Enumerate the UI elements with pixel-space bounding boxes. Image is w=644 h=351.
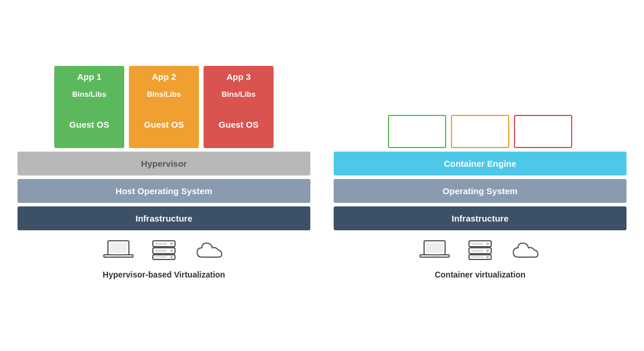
- right-bins1-label: Bins/Libs: [389, 133, 445, 147]
- left-guestos1-label: Guest OS: [55, 102, 123, 147]
- left-bins1-label: Bins/Libs: [55, 86, 123, 102]
- svg-point-21: [487, 250, 489, 252]
- diagram-container: App 1 Bins/Libs Guest OS App 2 Bins/Libs…: [0, 54, 644, 297]
- right-app-stack-1: App 1 Bins/Libs: [388, 115, 446, 148]
- right-app-stack-3: App 3 Bins/Libs: [514, 115, 572, 148]
- left-app3-label: App 3: [205, 67, 272, 86]
- right-app3-label: App 3: [515, 116, 571, 133]
- cloud-icon: [194, 238, 225, 262]
- right-apps-row: App 1 Bins/Libs App 2 Bins/Libs App 3 Bi…: [334, 115, 626, 148]
- left-app2-label: App 2: [130, 67, 198, 86]
- left-app-stack-3: App 3 Bins/Libs Guest OS: [204, 66, 274, 148]
- left-guestos3-label: Guest OS: [205, 102, 272, 147]
- right-cloud-icon: [510, 238, 541, 262]
- svg-point-22: [487, 256, 489, 258]
- host-os-bar: Host Operating System: [18, 179, 310, 203]
- left-diagram-label: Hypervisor-based Virtualization: [103, 270, 225, 279]
- right-os-bar: Operating System: [334, 179, 626, 203]
- svg-rect-3: [114, 255, 123, 256]
- svg-point-8: [170, 250, 173, 252]
- svg-rect-25: [471, 256, 483, 258]
- right-diagram-label: Container virtualization: [435, 270, 526, 279]
- svg-rect-11: [155, 250, 167, 252]
- right-laptop-icon: [419, 238, 450, 262]
- svg-point-9: [170, 256, 173, 258]
- svg-rect-1: [110, 243, 127, 253]
- hypervisor-bar: Hypervisor: [18, 152, 310, 176]
- svg-point-20: [487, 243, 489, 245]
- right-bins2-label: Bins/Libs: [452, 133, 508, 147]
- right-diagram: App 1 Bins/Libs App 2 Bins/Libs App 3 Bi…: [334, 115, 626, 279]
- left-app1-label: App 1: [55, 67, 123, 86]
- server-icon: [148, 238, 180, 262]
- left-icons-row: [18, 238, 310, 262]
- container-engine-bar: Container Engine: [334, 152, 626, 176]
- svg-rect-12: [155, 256, 167, 258]
- svg-rect-14: [426, 243, 443, 253]
- right-infra-bar: Infrastructure: [334, 206, 626, 230]
- right-bins3-label: Bins/Libs: [515, 133, 571, 147]
- left-guestos2-label: Guest OS: [130, 102, 198, 147]
- left-diagram: App 1 Bins/Libs Guest OS App 2 Bins/Libs…: [18, 66, 310, 279]
- left-app-stack-2: App 2 Bins/Libs Guest OS: [129, 66, 199, 148]
- left-bins2-label: Bins/Libs: [130, 86, 198, 102]
- svg-rect-10: [155, 243, 167, 245]
- svg-rect-24: [471, 250, 483, 252]
- svg-point-7: [170, 243, 173, 245]
- svg-rect-23: [471, 243, 483, 245]
- left-bins3-label: Bins/Libs: [205, 86, 272, 102]
- svg-rect-16: [430, 255, 439, 256]
- right-icons-row: [334, 238, 626, 262]
- right-app2-label: App 2: [452, 116, 508, 133]
- left-app-stack-1: App 1 Bins/Libs Guest OS: [54, 66, 124, 148]
- laptop-icon: [103, 238, 134, 262]
- right-server-icon: [464, 238, 496, 262]
- left-apps-row: App 1 Bins/Libs Guest OS App 2 Bins/Libs…: [18, 66, 310, 148]
- right-app-stack-2: App 2 Bins/Libs: [451, 115, 509, 148]
- left-infra-bar: Infrastructure: [18, 206, 310, 230]
- right-app1-label: App 1: [389, 116, 445, 133]
